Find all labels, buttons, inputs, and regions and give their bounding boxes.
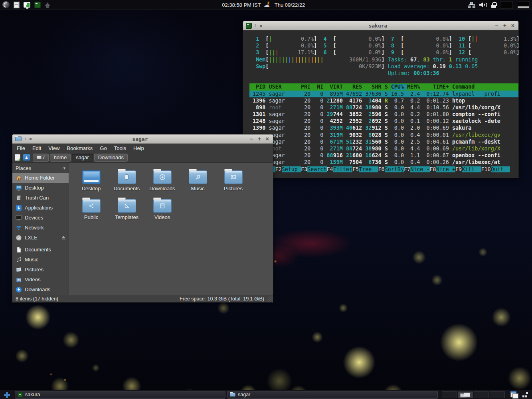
breadcrumb-sagar[interactable]: sagar: [72, 154, 93, 162]
sidebar-item-devices[interactable]: Devices: [12, 213, 69, 223]
fkey-f8[interactable]: F8: [430, 166, 436, 172]
lxle-menu-icon[interactable]: [2, 1, 10, 8]
fkey-label-f2[interactable]: Setup: [282, 166, 301, 172]
file-item-videos[interactable]: Videos: [144, 197, 180, 225]
breadcrumb-root[interactable]: /: [33, 154, 49, 162]
file-manager-icon[interactable]: [14, 2, 20, 8]
col-shr[interactable]: SHR: [365, 84, 384, 90]
fkey-label-f9[interactable]: Kill: [462, 166, 481, 172]
col-pid[interactable]: PID: [249, 84, 269, 90]
menu-bookmarks[interactable]: Bookmarks: [63, 144, 96, 152]
breadcrumb-downloads[interactable]: Downloads: [94, 154, 128, 162]
process-row[interactable]: sagar 20 0 319M 9032 8028 S 0.0 0.4 0:00…: [249, 132, 518, 138]
process-row[interactable]: 898 root 20 0 271M 88724 38980 S 0.0 4.4…: [249, 104, 518, 111]
process-row[interactable]: sagar 20 0 159M 7504 6736 S 0.0 0.4 0:00…: [249, 159, 518, 166]
fkey-f5[interactable]: F5: [352, 166, 359, 172]
sidebar-item-applications[interactable]: Applications: [12, 203, 69, 213]
minimize-button[interactable]: –: [249, 136, 254, 142]
shade-arrow-icon[interactable]: ↑: [254, 23, 257, 28]
col-command[interactable]: Command: [452, 84, 475, 90]
show-desktop-icon[interactable]: [4, 392, 10, 398]
fkey-f6[interactable]: F6: [378, 166, 385, 172]
menu-dot-icon[interactable]: [260, 25, 262, 27]
fkey-f4[interactable]: F4: [327, 166, 333, 172]
terminal-icon[interactable]: [34, 2, 41, 8]
sidebar-item-videos[interactable]: Videos: [12, 275, 69, 284]
sidebar-item-music[interactable]: Music: [12, 255, 69, 265]
close-button[interactable]: ×: [510, 23, 516, 28]
sidebar-item-network[interactable]: Network: [12, 223, 69, 233]
places-header[interactable]: Places ▾: [12, 163, 69, 173]
file-item-music[interactable]: Music: [180, 168, 216, 197]
menu-file[interactable]: File: [13, 144, 29, 152]
col-cpu-sorted[interactable]: CPU%: [391, 84, 407, 90]
process-row[interactable]: sagar 20 0 671M 51232 31560 S 0.0 2.5 0:…: [249, 138, 518, 145]
up-arrow-icon[interactable]: [45, 2, 50, 6]
workspace-3[interactable]: [474, 391, 489, 398]
sidebar-item-pictures[interactable]: Pictures: [12, 265, 69, 275]
sidebar-item-desktop[interactable]: Desktop: [12, 183, 69, 193]
htop-screen[interactable]: 1 [|0.7%] 4 [0.0%] 7 [0.0%] 10 [||1.3%] …: [243, 30, 518, 178]
col-pri[interactable]: PRI: [301, 84, 314, 90]
col-time[interactable]: TIME+: [423, 84, 452, 90]
process-row[interactable]: sagar 20 0 88916 21680 16624 S 0.0 1.1 0…: [249, 152, 518, 159]
menu-edit[interactable]: Edit: [29, 144, 45, 152]
file-manager-titlebar[interactable]: ↑ sagar – + ×: [12, 134, 273, 144]
lock-icon[interactable]: [491, 2, 496, 8]
file-item-documents[interactable]: Documents: [109, 168, 144, 197]
fkey-f3[interactable]: F3: [301, 166, 307, 172]
sidebar-item-lxle[interactable]: LXLE: [12, 233, 69, 243]
fkey-label-f10[interactable]: Quit: [491, 166, 510, 172]
navigate-up-button[interactable]: ▲: [23, 154, 30, 161]
file-item-public[interactable]: Public: [73, 197, 109, 225]
workspace-4[interactable]: [490, 391, 505, 398]
col-mem[interactable]: MEM%: [407, 84, 423, 90]
icon-grid-icon[interactable]: [522, 392, 528, 397]
maximize-button[interactable]: +: [502, 23, 508, 28]
workspace-2[interactable]: [458, 391, 473, 398]
menu-view[interactable]: View: [45, 144, 63, 152]
fkey-f2[interactable]: F2: [275, 166, 282, 172]
sidebar-item-home-folder[interactable]: Home Folder: [12, 173, 69, 183]
minimize-button[interactable]: –: [494, 23, 500, 28]
display-settings-icon[interactable]: [24, 2, 30, 8]
maximize-button[interactable]: +: [257, 136, 262, 142]
fkey-label-f4[interactable]: Filter: [333, 166, 352, 172]
fkey-f9[interactable]: F9: [455, 166, 462, 172]
ram-monitor-widget[interactable]: [517, 1, 530, 9]
fkey-label-f5[interactable]: Tree: [359, 166, 378, 172]
task-button-sagar[interactable]: sagar: [227, 391, 438, 399]
fkey-label-f6[interactable]: SortBy: [385, 166, 404, 172]
menu-help[interactable]: Help: [130, 144, 148, 152]
menu-dot-icon[interactable]: [30, 138, 32, 140]
sidebar-item-downloads[interactable]: Downloads: [12, 284, 69, 294]
fkey-label-f3[interactable]: Search: [307, 166, 326, 172]
fkey-f10[interactable]: F10: [481, 166, 491, 172]
file-item-downloads[interactable]: Downloads: [144, 168, 180, 197]
clock-area[interactable]: 02:38:58 PM IST ☀☁ Thu 09/22/22: [222, 2, 305, 8]
col-virt[interactable]: VIRT: [327, 84, 346, 90]
sidebar-item-trash-can[interactable]: Trash Can: [12, 193, 69, 203]
sidebar-item-documents[interactable]: Documents: [12, 245, 69, 255]
menu-tools[interactable]: Tools: [111, 144, 130, 152]
col-res[interactable]: RES: [346, 84, 365, 90]
task-button-sakura[interactable]: sakura: [15, 391, 225, 399]
workspace-1[interactable]: [442, 391, 457, 398]
process-row[interactable]: 1396 sagar 20 0 21280 4176 3404 R 0.7 0.…: [249, 97, 518, 104]
shade-arrow-icon[interactable]: ↑: [24, 136, 26, 141]
new-tab-icon[interactable]: [15, 154, 20, 161]
col-user[interactable]: USER: [269, 84, 301, 90]
menu-go[interactable]: Go: [96, 144, 110, 152]
col-ni[interactable]: NI: [314, 84, 326, 90]
fkey-label-f8[interactable]: Nice +: [436, 166, 455, 172]
process-row[interactable]: root 20 0 271M 88724 38980 S 0.0 4.4 0:0…: [249, 145, 518, 152]
volume-icon[interactable]: [479, 2, 487, 8]
cpu-monitor-widget[interactable]: [500, 1, 513, 9]
process-row[interactable]: 1248 sagar 20 0 4252 2952 2692 S 0.0 0.1…: [249, 118, 518, 124]
col-s[interactable]: S: [385, 84, 391, 90]
fkey-label-f7[interactable]: Nice -: [410, 166, 429, 172]
process-row[interactable]: 1301 sagar 20 0 29744 3852 2596 S 0.0 0.…: [249, 111, 518, 118]
window-stack-icon[interactable]: [510, 391, 518, 398]
network-icon[interactable]: [468, 2, 475, 8]
breadcrumb-home[interactable]: home: [50, 154, 71, 162]
